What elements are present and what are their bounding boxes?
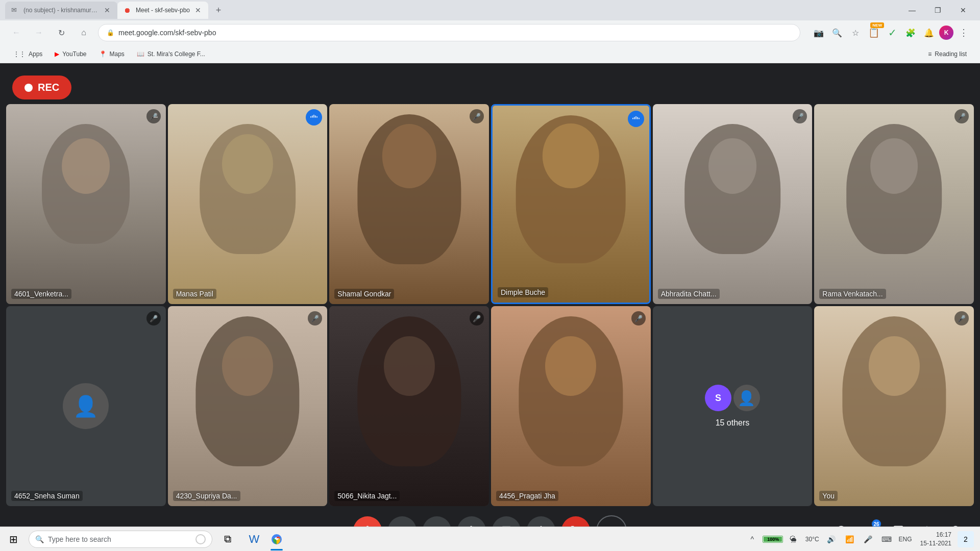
notification-button[interactable]: 2 bbox=[958, 531, 974, 547]
participant-name-p7: 4652_Sneha Suman bbox=[11, 491, 83, 501]
battery-bar: 100% bbox=[763, 536, 783, 543]
language-text: ENG bbox=[897, 531, 914, 547]
search-placeholder: Type here to search bbox=[48, 535, 191, 543]
video-feed-p6 bbox=[814, 104, 974, 304]
address-input[interactable]: 🔒 meet.google.com/skf-sebv-pbo bbox=[98, 24, 800, 41]
pinned-apps: W bbox=[243, 527, 288, 552]
browser-chrome: ✉ (no subject) - krishnamurthideep ✕ ⏺ M… bbox=[0, 0, 980, 63]
participant-tile-p6[interactable]: 🎤 Rama Venkatach... bbox=[814, 104, 974, 304]
profile-avatar[interactable]: K bbox=[939, 26, 953, 40]
tray-chevron[interactable]: ^ bbox=[744, 531, 761, 547]
camera-toolbar-icon[interactable]: 📷 bbox=[811, 24, 827, 41]
search-bar[interactable]: 🔍 Type here to search bbox=[29, 531, 212, 548]
participant-tile-p10[interactable]: 🎤 4456_Pragati Jha bbox=[491, 306, 651, 506]
mute-icon-p6: 🎤 bbox=[954, 109, 969, 123]
svg-rect-6 bbox=[634, 117, 635, 119]
network-icon[interactable]: 📶 bbox=[842, 531, 858, 547]
mute-icon-p9: 🎤 bbox=[470, 311, 484, 325]
home-button[interactable]: ⌂ bbox=[76, 24, 92, 41]
rec-button[interactable]: REC bbox=[12, 76, 71, 99]
participant-tile-p5[interactable]: 🎤 Abhradita Chatt... bbox=[653, 104, 813, 304]
svg-rect-8 bbox=[632, 118, 633, 119]
participant-tile-p1[interactable]: 🎤̶ 4601_Venketra... bbox=[6, 104, 166, 304]
search-toolbar-icon[interactable]: 🔍 bbox=[829, 24, 845, 41]
video-feed-p8 bbox=[168, 306, 328, 506]
minimize-button[interactable]: — bbox=[900, 2, 924, 18]
video-feed-p1 bbox=[6, 104, 166, 304]
bookmark-toolbar-icon[interactable]: ☆ bbox=[847, 24, 864, 41]
stmiras-icon: 📖 bbox=[137, 51, 144, 58]
menu-icon[interactable]: ⋮ bbox=[955, 24, 972, 41]
video-feed-p10 bbox=[491, 306, 651, 506]
back-button[interactable]: ← bbox=[8, 24, 24, 41]
svg-rect-5 bbox=[635, 116, 636, 119]
tab-meet-close[interactable]: ✕ bbox=[194, 5, 202, 15]
svg-rect-4 bbox=[317, 116, 318, 118]
reload-button[interactable]: ↻ bbox=[53, 24, 69, 41]
forward-button[interactable]: → bbox=[31, 24, 47, 41]
toolbar-icons: 📷 🔍 ☆ 📋 NEW ✓ 🧩 🔔 K ⋮ bbox=[811, 24, 972, 41]
tray-icons: ^ 100% 🌦 30°C 🔊 📶 🎤 ⌨ bbox=[744, 531, 895, 547]
checkmark-toolbar-icon[interactable]: ✓ bbox=[884, 24, 900, 41]
task-view-icon[interactable]: ⧉ bbox=[216, 528, 239, 550]
close-button[interactable]: ✕ bbox=[951, 2, 975, 18]
reading-list-label: Reading list bbox=[935, 51, 967, 58]
maximize-button[interactable]: ❐ bbox=[926, 2, 949, 18]
participant-tile-p9[interactable]: 🎤 5066_Nikita Jagt... bbox=[329, 306, 489, 506]
participant-name-p1: 4601_Venketra... bbox=[11, 289, 71, 299]
pinned-chrome[interactable] bbox=[265, 527, 288, 552]
apps-grid-icon: ⋮⋮ bbox=[13, 51, 26, 58]
pinned-word[interactable]: W bbox=[243, 527, 265, 552]
mic-tray-icon[interactable]: 🎤 bbox=[860, 531, 876, 547]
participant-name-you: You bbox=[819, 491, 838, 501]
participant-tile-others[interactable]: S 👤 15 others bbox=[653, 306, 813, 506]
system-clock[interactable]: 16:17 15-11-2021 bbox=[916, 531, 955, 548]
participant-tile-p3[interactable]: 🎤 Shamal Gondkar bbox=[329, 104, 489, 304]
avatar-container-p7: 👤 bbox=[6, 306, 166, 506]
address-text: meet.google.com/skf-sebv-pbo bbox=[118, 29, 792, 37]
mute-icon-you: 🎤 bbox=[954, 311, 969, 325]
clock-date: 15-11-2021 bbox=[920, 539, 951, 548]
maps-bookmark[interactable]: 📍 Maps bbox=[94, 48, 130, 60]
participant-name-p2: Manas Patil bbox=[173, 289, 216, 299]
participant-name-p10: 4456_Pragati Jha bbox=[496, 491, 558, 501]
tab-gmail-title: (no subject) - krishnamurthideep bbox=[23, 7, 99, 14]
participant-tile-p7[interactable]: 👤 🎤 4652_Sneha Suman bbox=[6, 306, 166, 506]
maps-label: Maps bbox=[110, 51, 125, 58]
stmiras-bookmark[interactable]: 📖 St. Mira's College F... bbox=[132, 48, 210, 60]
mute-icon-p10: 🎤 bbox=[631, 311, 646, 325]
new-tab-button[interactable]: + bbox=[211, 3, 226, 17]
participant-tile-p2[interactable]: Manas Patil bbox=[168, 104, 328, 304]
battery-indicator: 100% bbox=[763, 536, 783, 543]
gmail-favicon: ✉ bbox=[11, 6, 19, 14]
youtube-icon: ▶ bbox=[55, 51, 59, 58]
svg-rect-2 bbox=[315, 115, 316, 118]
keyboard-icon[interactable]: ⌨ bbox=[878, 531, 895, 547]
volume-icon[interactable]: 🔊 bbox=[823, 531, 840, 547]
video-feed-p2 bbox=[168, 104, 328, 304]
bell-toolbar-icon[interactable]: 🔔 bbox=[921, 24, 937, 41]
participant-name-p6: Rama Venkatach... bbox=[819, 289, 886, 299]
tab-gmail[interactable]: ✉ (no subject) - krishnamurthideep ✕ bbox=[5, 2, 117, 19]
start-button[interactable]: ⊞ bbox=[0, 527, 27, 552]
youtube-bookmark[interactable]: ▶ YouTube bbox=[50, 48, 91, 60]
apps-bookmark[interactable]: ⋮⋮ Apps bbox=[8, 48, 47, 60]
meet-content: REC 🎤̶ 4601_Venketra... Manas Patil bbox=[0, 63, 980, 551]
video-feed-p3 bbox=[329, 104, 489, 304]
new-badge-wrapper: 📋 NEW bbox=[866, 24, 882, 41]
video-feed-p4 bbox=[493, 106, 649, 303]
participant-tile-p8[interactable]: 🎤 4230_Supriya Da... bbox=[168, 306, 328, 506]
extensions-icon[interactable]: 🧩 bbox=[902, 24, 919, 41]
weather-icon[interactable]: 🌦 bbox=[785, 531, 801, 547]
others-container: S 👤 15 others bbox=[653, 306, 813, 506]
video-feed-p9 bbox=[329, 306, 489, 506]
tab-meet[interactable]: ⏺ Meet - skf-sebv-pbo ✕ bbox=[117, 2, 208, 19]
video-feed-you bbox=[814, 306, 974, 506]
svg-rect-3 bbox=[311, 116, 312, 118]
rec-dot-icon bbox=[24, 84, 33, 92]
participant-tile-you[interactable]: 🎤 You bbox=[814, 306, 974, 506]
reading-list-button[interactable]: ≡ Reading list bbox=[923, 48, 972, 60]
participant-tile-p4[interactable]: Dimple Buche bbox=[491, 104, 651, 304]
tab-gmail-close[interactable]: ✕ bbox=[103, 5, 111, 15]
tab-bar: ✉ (no subject) - krishnamurthideep ✕ ⏺ M… bbox=[5, 2, 900, 19]
